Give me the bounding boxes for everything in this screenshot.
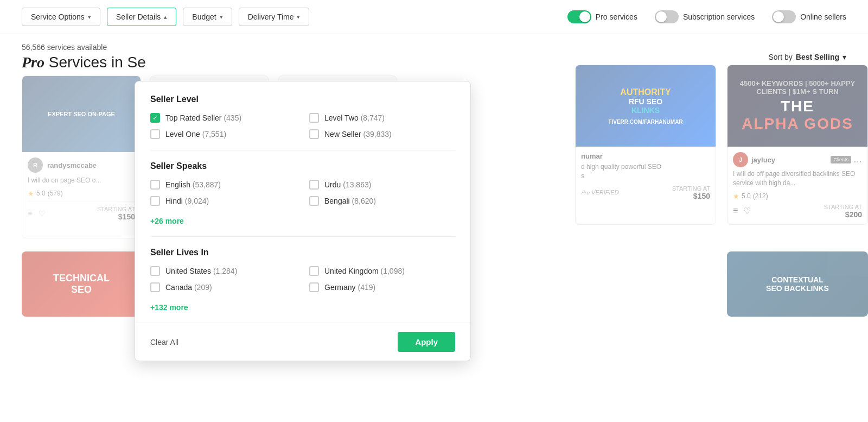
bengali-label: Bengali (8,620)	[324, 197, 376, 205]
online-sellers-label: Online sellers	[800, 12, 846, 21]
card-description: I will do off page diversified backlinks…	[733, 169, 862, 188]
budget-label: Budget	[192, 12, 216, 21]
title-suffix: Services in Se	[49, 54, 146, 71]
starting-at-label: STARTING AT	[672, 185, 710, 192]
checkbox-level-two[interactable]: Level Two (8,747)	[309, 113, 455, 123]
top-rated-label: Top Rated Seller (435)	[165, 114, 241, 122]
budget-button[interactable]: Budget ▾	[183, 8, 232, 26]
checkbox-united-kingdom[interactable]: United Kingdom (1,098)	[309, 266, 455, 276]
rating-value: 5.0	[36, 190, 46, 197]
checkbox-level-two-box[interactable]	[309, 113, 319, 123]
checkbox-uk-box[interactable]	[309, 266, 319, 276]
avatar: J	[733, 152, 748, 167]
clear-all-button[interactable]: Clear All	[150, 338, 178, 347]
sort-value: Best Selling	[796, 53, 839, 61]
canada-count: (209)	[194, 283, 212, 292]
clients-badge: Clients	[831, 156, 851, 163]
pro-verified-badge: 𝘗𝘳𝘰 VERIFIED	[581, 189, 619, 196]
page-title: Pro Services in Se	[22, 54, 146, 71]
checkbox-hindi-box[interactable]	[150, 196, 160, 206]
canada-label: Canada (209)	[165, 283, 212, 292]
checkbox-new-seller[interactable]: New Seller (39,833)	[309, 129, 455, 139]
list-item[interactable]: AUTHORITY RFU SEO KLINKS FIVERR.COM/FARH…	[575, 65, 716, 225]
level-one-count: (7,551)	[202, 130, 226, 138]
pro-services-toggle[interactable]	[567, 10, 591, 23]
star-icon: ★	[28, 190, 34, 198]
list-item[interactable]: 4500+ KEYWORDS | 5000+ HAPPY CLIENTS | $…	[727, 65, 868, 225]
review-count: (212)	[753, 192, 768, 200]
checkbox-urdu-box[interactable]	[309, 180, 319, 190]
checkbox-canada[interactable]: Canada (209)	[150, 282, 296, 292]
checkbox-germany[interactable]: Germany (419)	[309, 282, 455, 292]
list-item: CONTEXTUALSEO BACKLINKS	[727, 251, 868, 317]
results-info: 56,566 services available Pro Services i…	[22, 43, 146, 71]
list-icon[interactable]: ≡	[733, 206, 738, 216]
seller-name: jaylucy	[751, 156, 775, 164]
hindi-count: (9,024)	[185, 197, 209, 205]
pro-text: Pro	[22, 54, 44, 71]
check-icon: ✓	[152, 114, 158, 122]
english-count: (53,887)	[193, 180, 221, 189]
top-rated-count: (435)	[224, 114, 241, 122]
checkbox-bengali[interactable]: Bengali (8,620)	[309, 196, 455, 206]
level-two-count: (8,747)	[361, 114, 385, 122]
checkbox-canada-box[interactable]	[150, 282, 160, 292]
card-text-2: KLINKS	[631, 106, 660, 115]
more-icon[interactable]: …	[853, 155, 862, 165]
subscription-toggle[interactable]	[655, 10, 679, 23]
panel-scroll-area[interactable]: Seller Level ✓ Top Rated Seller (435) Le…	[135, 81, 470, 323]
checkbox-germany-box[interactable]	[309, 282, 319, 292]
list-icon[interactable]: ≡	[28, 209, 32, 218]
seller-details-button[interactable]: Seller Details ▴	[107, 8, 176, 26]
speaks-more-link[interactable]: +26 more	[150, 217, 455, 225]
list-item[interactable]: EXPERT SEO ON-PAGE R randysmccabe I will…	[22, 75, 141, 238]
us-label: United States (1,284)	[165, 267, 237, 275]
filter-bar: Service Options ▾ Seller Details ▴ Budge…	[0, 0, 868, 34]
divider-1	[150, 150, 455, 150]
heart-icon[interactable]: ♡	[39, 209, 46, 218]
service-options-button[interactable]: Service Options ▾	[22, 8, 100, 26]
urdu-count: (13,863)	[343, 180, 371, 189]
list-item: TECHNICALSEO	[22, 251, 141, 317]
online-sellers-knob	[773, 11, 784, 22]
sort-dropdown[interactable]: Sort by Best Selling ▾	[769, 53, 847, 61]
online-sellers-toggle[interactable]	[772, 10, 796, 23]
checkbox-us-box[interactable]	[150, 266, 160, 276]
pro-services-knob	[579, 11, 590, 22]
card-url: FIVERR.COM/FARHANUMAR	[608, 119, 682, 125]
subscription-toggle-group: Subscription services	[655, 10, 755, 23]
heart-icon[interactable]: ♡	[743, 206, 751, 216]
card-rating: ★ 5.0 (579)	[28, 190, 135, 198]
lives-in-more-link[interactable]: +132 more	[150, 303, 455, 312]
seller-name: randysmccabe	[47, 161, 97, 169]
delivery-time-button[interactable]: Delivery Time ▾	[239, 8, 310, 26]
germany-count: (419)	[358, 283, 375, 292]
seller-level-options: ✓ Top Rated Seller (435) Level Two (8,74…	[150, 113, 455, 139]
apply-button[interactable]: Apply	[398, 332, 455, 352]
alpha-title: THEALPHA GODS	[742, 98, 853, 133]
card-description: d high quality powerful SEOs	[581, 162, 710, 181]
chevron-up-icon: ▴	[164, 14, 167, 21]
checkbox-united-states[interactable]: United States (1,284)	[150, 266, 296, 276]
panel-footer: Clear All Apply	[135, 323, 470, 361]
checkbox-hindi[interactable]: Hindi (9,024)	[150, 196, 296, 206]
new-seller-count: (39,833)	[363, 130, 392, 138]
checkbox-urdu[interactable]: Urdu (13,863)	[309, 180, 455, 190]
checkbox-english[interactable]: English (53,887)	[150, 180, 296, 190]
checkbox-top-rated-box[interactable]: ✓	[150, 113, 160, 123]
seller-details-label: Seller Details	[116, 12, 161, 21]
checkbox-level-one[interactable]: Level One (7,551)	[150, 129, 296, 139]
urdu-label: Urdu (13,863)	[324, 180, 371, 189]
bottom-right-card: CONTEXTUALSEO BACKLINKS	[727, 251, 868, 317]
seller-lives-in-title: Seller Lives In	[150, 248, 455, 257]
checkbox-level-one-box[interactable]	[150, 129, 160, 139]
uk-label: United Kingdom (1,098)	[324, 267, 405, 275]
sort-label: Sort by	[769, 53, 793, 61]
seller-speaks-options: English (53,887) Urdu (13,863) Hindi (9,…	[150, 180, 455, 206]
star-icon: ★	[733, 192, 739, 200]
checkbox-english-box[interactable]	[150, 180, 160, 190]
checkbox-bengali-box[interactable]	[309, 196, 319, 206]
checkbox-new-seller-box[interactable]	[309, 129, 319, 139]
checkbox-top-rated[interactable]: ✓ Top Rated Seller (435)	[150, 113, 296, 123]
card-image-text: EXPERT SEO ON-PAGE	[48, 111, 115, 117]
